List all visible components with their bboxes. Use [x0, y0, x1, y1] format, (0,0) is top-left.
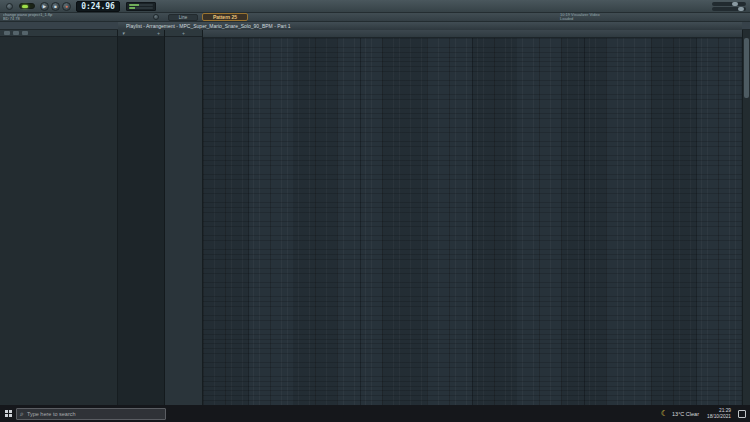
- search-placeholder: Type here to search: [27, 411, 76, 417]
- picker-collapse-icon[interactable]: ▾: [122, 30, 125, 36]
- hint-panel: change piano project1_1.flp BD 74 78: [0, 13, 150, 21]
- playlist-titlebar[interactable]: Playlist - Arrangement - MPC_Super_Mario…: [118, 22, 742, 30]
- pattern-selector[interactable]: Pattern 25: [202, 13, 248, 21]
- scrollbar-thumb[interactable]: [744, 38, 749, 98]
- info-line2: Loaded: [560, 17, 630, 21]
- track-header-column: +: [165, 30, 203, 405]
- master-pitch-slider[interactable]: [712, 2, 746, 6]
- taskbar-search[interactable]: ⌕ Type here to search: [16, 408, 166, 420]
- secondary-toolbar: change piano project1_1.flp BD 74 78 Lin…: [0, 13, 750, 22]
- record-button[interactable]: ●: [62, 2, 71, 11]
- weather-icon[interactable]: ☾: [661, 409, 668, 418]
- clip-picker: ▾ +: [118, 30, 165, 405]
- picker-header[interactable]: ▾ +: [118, 30, 164, 37]
- track-header-top[interactable]: +: [165, 30, 202, 37]
- master-volume-slider[interactable]: [712, 7, 746, 11]
- stop-button[interactable]: ■: [51, 2, 60, 11]
- browser-panel: [0, 30, 118, 405]
- master-sliders: [712, 2, 746, 11]
- timeline-ruler[interactable]: [203, 30, 742, 38]
- transport-controls: ▶ ■ ●: [40, 2, 71, 11]
- clock-date: 18/10/2021: [707, 414, 731, 419]
- picker-add-icon[interactable]: +: [157, 30, 160, 36]
- system-tray: ☾ 13°C Clear 21:29 18/10/2021: [661, 408, 750, 419]
- browser-header[interactable]: [0, 30, 117, 37]
- cpu-panel: [126, 2, 156, 11]
- toolbar-row3: Playlist - Arrangement - MPC_Super_Mario…: [0, 22, 750, 30]
- playlist-vertical-scrollbar[interactable]: [742, 30, 750, 405]
- info-panel: 10:19 Visualizer Video Loaded: [560, 13, 630, 21]
- tempo-knob[interactable]: [153, 14, 159, 20]
- notification-center-icon[interactable]: [738, 410, 746, 418]
- main-toolbar: ▶ ■ ● 0:24.96: [0, 0, 750, 13]
- playlist-grid[interactable]: [203, 30, 742, 405]
- hint-position: BD 74 78: [3, 17, 150, 21]
- clip-lanes[interactable]: [203, 38, 742, 405]
- start-button[interactable]: [0, 405, 16, 422]
- weather-text[interactable]: 13°C Clear: [672, 411, 699, 417]
- time-display[interactable]: 0:24.96: [76, 1, 120, 12]
- pattern-song-switch[interactable]: [19, 3, 35, 9]
- main-volume-knob[interactable]: [6, 3, 13, 10]
- fl-studio-desktop: ▶ ■ ● 0:24.96 change piano project1_1.fl…: [0, 0, 750, 422]
- windows-logo-icon: [5, 410, 12, 417]
- taskbar-clock[interactable]: 21:29 18/10/2021: [707, 408, 731, 419]
- windows-taskbar: ⌕ Type here to search ☾ 13°C Clear 21:29…: [0, 405, 750, 422]
- search-icon: ⌕: [17, 410, 27, 418]
- snap-selector[interactable]: Line: [168, 14, 198, 21]
- playlist-title: Playlist - Arrangement - MPC_Super_Mario…: [126, 23, 291, 29]
- play-button[interactable]: ▶: [40, 2, 49, 11]
